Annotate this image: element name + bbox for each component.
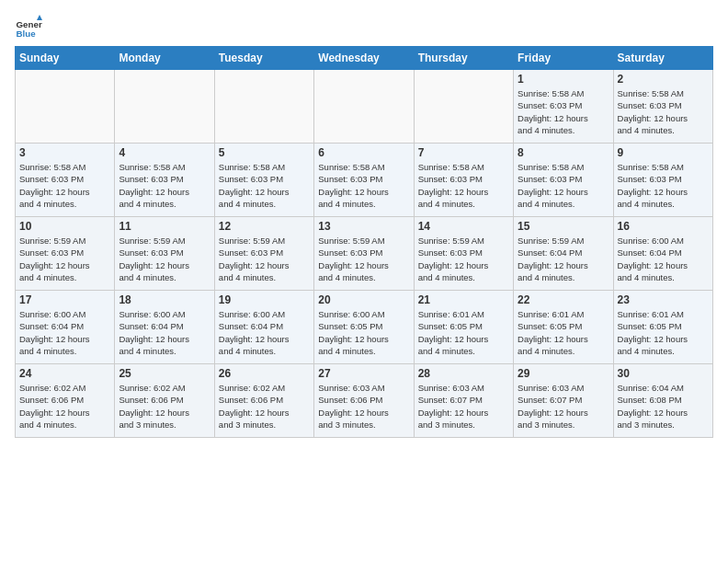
calendar-cell: 7Sunrise: 5:58 AM Sunset: 6:03 PM Daylig… (414, 144, 513, 217)
day-number: 29 (518, 367, 609, 380)
header-sunday: Sunday (16, 47, 115, 70)
day-number: 23 (618, 293, 709, 306)
calendar-cell: 4Sunrise: 5:58 AM Sunset: 6:03 PM Daylig… (115, 144, 214, 217)
calendar-cell: 12Sunrise: 5:59 AM Sunset: 6:03 PM Dayli… (214, 217, 313, 291)
day-number: 5 (219, 146, 310, 159)
day-detail: Sunrise: 6:00 AM Sunset: 6:04 PM Dayligh… (219, 308, 310, 357)
day-detail: Sunrise: 6:00 AM Sunset: 6:04 PM Dayligh… (119, 308, 210, 357)
calendar-week-row: 24Sunrise: 6:02 AM Sunset: 6:06 PM Dayli… (16, 364, 713, 438)
day-detail: Sunrise: 6:02 AM Sunset: 6:06 PM Dayligh… (219, 382, 310, 431)
day-number: 6 (318, 146, 409, 159)
calendar-week-row: 1Sunrise: 5:58 AM Sunset: 6:03 PM Daylig… (16, 70, 713, 144)
header-wednesday: Wednesday (314, 47, 414, 70)
day-number: 20 (318, 293, 409, 306)
day-detail: Sunrise: 6:03 AM Sunset: 6:07 PM Dayligh… (418, 382, 509, 431)
day-number: 28 (418, 367, 509, 380)
day-detail: Sunrise: 6:04 AM Sunset: 6:08 PM Dayligh… (618, 382, 709, 431)
calendar-cell: 25Sunrise: 6:02 AM Sunset: 6:06 PM Dayli… (115, 364, 214, 438)
header-saturday: Saturday (613, 47, 712, 70)
day-detail: Sunrise: 5:58 AM Sunset: 6:03 PM Dayligh… (618, 87, 709, 136)
logo-icon: General Blue (15, 15, 42, 42)
day-detail: Sunrise: 6:00 AM Sunset: 6:04 PM Dayligh… (19, 308, 110, 357)
day-detail: Sunrise: 5:59 AM Sunset: 6:03 PM Dayligh… (318, 235, 409, 283)
calendar-cell: 2Sunrise: 5:58 AM Sunset: 6:03 PM Daylig… (613, 70, 712, 144)
calendar-week-row: 17Sunrise: 6:00 AM Sunset: 6:04 PM Dayli… (16, 291, 713, 364)
day-detail: Sunrise: 6:01 AM Sunset: 6:05 PM Dayligh… (418, 308, 509, 357)
calendar-cell: 20Sunrise: 6:00 AM Sunset: 6:05 PM Dayli… (314, 291, 414, 364)
calendar-cell: 22Sunrise: 6:01 AM Sunset: 6:05 PM Dayli… (514, 291, 613, 364)
header-monday: Monday (115, 47, 214, 70)
calendar-cell: 10Sunrise: 5:59 AM Sunset: 6:03 PM Dayli… (16, 217, 115, 291)
svg-marker-2 (37, 15, 42, 20)
calendar-cell (16, 70, 115, 144)
calendar-cell (314, 70, 414, 144)
day-detail: Sunrise: 5:59 AM Sunset: 6:03 PM Dayligh… (219, 235, 310, 283)
calendar-cell: 19Sunrise: 6:00 AM Sunset: 6:04 PM Dayli… (214, 291, 313, 364)
calendar-cell: 16Sunrise: 6:00 AM Sunset: 6:04 PM Dayli… (613, 217, 712, 291)
day-number: 1 (518, 73, 609, 86)
day-number: 12 (219, 220, 310, 233)
calendar-cell (414, 70, 513, 144)
day-detail: Sunrise: 6:03 AM Sunset: 6:06 PM Dayligh… (318, 382, 409, 431)
day-detail: Sunrise: 6:00 AM Sunset: 6:04 PM Dayligh… (618, 235, 709, 283)
svg-text:Blue: Blue (17, 29, 37, 39)
calendar-cell: 14Sunrise: 5:59 AM Sunset: 6:03 PM Dayli… (414, 217, 513, 291)
day-number: 24 (19, 367, 110, 380)
calendar-cell (214, 70, 313, 144)
day-number: 15 (518, 220, 609, 233)
day-number: 7 (418, 146, 509, 159)
calendar-cell: 5Sunrise: 5:58 AM Sunset: 6:03 PM Daylig… (214, 144, 313, 217)
day-detail: Sunrise: 6:02 AM Sunset: 6:06 PM Dayligh… (19, 382, 110, 431)
header-friday: Friday (514, 47, 613, 70)
calendar-cell: 18Sunrise: 6:00 AM Sunset: 6:04 PM Dayli… (115, 291, 214, 364)
header: General Blue (15, 15, 713, 42)
calendar-cell: 6Sunrise: 5:58 AM Sunset: 6:03 PM Daylig… (314, 144, 414, 217)
calendar-cell: 9Sunrise: 5:58 AM Sunset: 6:03 PM Daylig… (613, 144, 712, 217)
calendar-cell: 30Sunrise: 6:04 AM Sunset: 6:08 PM Dayli… (613, 364, 712, 438)
day-number: 26 (219, 367, 310, 380)
calendar-cell: 21Sunrise: 6:01 AM Sunset: 6:05 PM Dayli… (414, 291, 513, 364)
logo: General Blue (15, 15, 46, 42)
day-detail: Sunrise: 6:01 AM Sunset: 6:05 PM Dayligh… (618, 308, 709, 357)
calendar-cell: 26Sunrise: 6:02 AM Sunset: 6:06 PM Dayli… (214, 364, 313, 438)
day-detail: Sunrise: 6:00 AM Sunset: 6:05 PM Dayligh… (318, 308, 409, 357)
day-number: 2 (618, 73, 709, 86)
calendar-cell: 13Sunrise: 5:59 AM Sunset: 6:03 PM Dayli… (314, 217, 414, 291)
day-detail: Sunrise: 5:58 AM Sunset: 6:03 PM Dayligh… (19, 161, 110, 210)
day-detail: Sunrise: 5:59 AM Sunset: 6:03 PM Dayligh… (19, 235, 110, 283)
day-number: 30 (618, 367, 709, 380)
day-detail: Sunrise: 6:02 AM Sunset: 6:06 PM Dayligh… (119, 382, 210, 431)
day-detail: Sunrise: 5:58 AM Sunset: 6:03 PM Dayligh… (618, 161, 709, 210)
day-number: 22 (518, 293, 609, 306)
calendar-table: SundayMondayTuesdayWednesdayThursdayFrid… (15, 46, 713, 438)
day-detail: Sunrise: 5:59 AM Sunset: 6:03 PM Dayligh… (119, 235, 210, 283)
calendar-cell: 1Sunrise: 5:58 AM Sunset: 6:03 PM Daylig… (514, 70, 613, 144)
day-detail: Sunrise: 6:03 AM Sunset: 6:07 PM Dayligh… (518, 382, 609, 431)
day-detail: Sunrise: 5:58 AM Sunset: 6:03 PM Dayligh… (518, 161, 609, 210)
header-thursday: Thursday (414, 47, 513, 70)
day-number: 16 (618, 220, 709, 233)
calendar-cell: 15Sunrise: 5:59 AM Sunset: 6:04 PM Dayli… (514, 217, 613, 291)
calendar-cell: 23Sunrise: 6:01 AM Sunset: 6:05 PM Dayli… (613, 291, 712, 364)
day-number: 21 (418, 293, 509, 306)
day-number: 17 (19, 293, 110, 306)
day-number: 14 (418, 220, 509, 233)
calendar-cell: 28Sunrise: 6:03 AM Sunset: 6:07 PM Dayli… (414, 364, 513, 438)
header-tuesday: Tuesday (214, 47, 313, 70)
day-number: 10 (19, 220, 110, 233)
day-detail: Sunrise: 5:58 AM Sunset: 6:03 PM Dayligh… (318, 161, 409, 210)
day-number: 13 (318, 220, 409, 233)
day-number: 3 (19, 146, 110, 159)
day-number: 11 (119, 220, 210, 233)
calendar-week-row: 3Sunrise: 5:58 AM Sunset: 6:03 PM Daylig… (16, 144, 713, 217)
svg-text:General: General (17, 19, 43, 29)
day-number: 8 (518, 146, 609, 159)
calendar-cell: 29Sunrise: 6:03 AM Sunset: 6:07 PM Dayli… (514, 364, 613, 438)
calendar-week-row: 10Sunrise: 5:59 AM Sunset: 6:03 PM Dayli… (16, 217, 713, 291)
calendar-cell: 3Sunrise: 5:58 AM Sunset: 6:03 PM Daylig… (16, 144, 115, 217)
day-detail: Sunrise: 6:01 AM Sunset: 6:05 PM Dayligh… (518, 308, 609, 357)
day-number: 9 (618, 146, 709, 159)
calendar-cell: 11Sunrise: 5:59 AM Sunset: 6:03 PM Dayli… (115, 217, 214, 291)
calendar-cell (115, 70, 214, 144)
calendar-cell: 17Sunrise: 6:00 AM Sunset: 6:04 PM Dayli… (16, 291, 115, 364)
